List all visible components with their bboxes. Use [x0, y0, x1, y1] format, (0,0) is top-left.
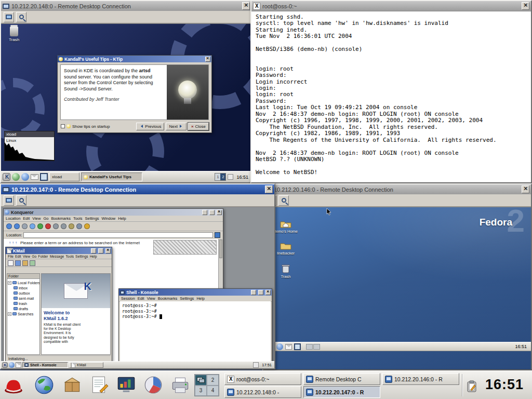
taskbar-item-oss[interactable]: root@oss-0:~	[224, 373, 301, 385]
taskbar-item-148[interactable]: 10.212.20.148:0 -	[224, 386, 301, 398]
menu-item[interactable]: Help	[90, 255, 97, 258]
xload-titlebar[interactable]: xload	[5, 131, 54, 137]
cut-icon[interactable]	[53, 223, 59, 229]
taskbar-item-147[interactable]: 10.212.20.147:0 - R	[303, 386, 380, 398]
menu-item[interactable]: Help	[118, 216, 126, 221]
klipper-icon[interactable]	[466, 380, 477, 393]
taskbar-item-xload[interactable]: xload	[49, 172, 79, 181]
maximize-icon[interactable]	[258, 290, 263, 295]
titlebar-146[interactable]: 10.212.20.146:0 - Remote Desktop Connect…	[263, 184, 531, 194]
menu-item[interactable]: Edit	[138, 296, 144, 301]
back-icon[interactable]	[14, 223, 20, 229]
pager-desktop-3[interactable]: 3	[195, 385, 207, 396]
show-tips-checkbox[interactable]	[61, 124, 65, 128]
reload-icon[interactable]	[37, 223, 43, 229]
menu-item[interactable]: Session	[121, 296, 135, 301]
kmail-titlebar[interactable]: KMail	[6, 247, 112, 254]
close-icon[interactable]	[217, 210, 222, 215]
minimize-icon[interactable]	[251, 290, 256, 295]
print-icon[interactable]	[76, 223, 82, 229]
menu-item[interactable]: Edit	[15, 255, 21, 258]
konqueror-titlebar[interactable]: Konqueror	[4, 209, 223, 216]
titlebar-147[interactable]: 10.212.20.147:0 - Remote Desktop Connect…	[1, 184, 274, 194]
konqueror-icon[interactable]	[21, 173, 29, 181]
folder-item[interactable]: outbox	[14, 290, 39, 296]
fullscreen-button[interactable]	[4, 195, 14, 206]
close-icon[interactable]	[105, 248, 111, 254]
konsole-terminal[interactable]: root@oss-3:~# root@oss-3:~# root@oss-3:~…	[120, 301, 271, 363]
close-icon[interactable]	[522, 185, 529, 193]
menu-item[interactable]: Settings	[75, 255, 88, 258]
pager-desktop-1[interactable]	[195, 375, 207, 385]
menu-item[interactable]: Message	[50, 255, 64, 258]
calc-pie-icon[interactable]	[142, 374, 164, 396]
terminal-icon[interactable]	[294, 343, 301, 350]
up-icon[interactable]	[6, 223, 12, 229]
kmail-icon[interactable]	[31, 174, 38, 180]
kmail-icon[interactable]	[16, 362, 21, 368]
show-desktop-icon[interactable]	[12, 173, 20, 181]
folder-pane[interactable]: Folder Local Folders inbox outbox sent-m…	[7, 273, 40, 355]
menu-item[interactable]: Location	[6, 216, 20, 221]
menu-item[interactable]: Help	[196, 296, 204, 301]
menu-item[interactable]: View	[147, 296, 155, 301]
pager-desktop-2[interactable]: 2	[207, 375, 219, 385]
next-button[interactable]: Next	[166, 123, 186, 130]
email-icon[interactable]	[285, 344, 292, 350]
taskbar-item-kmail[interactable]: KMail	[69, 362, 103, 368]
previous-button[interactable]: Previous	[136, 123, 164, 130]
scale-view-button[interactable]	[278, 195, 289, 206]
menu-item[interactable]: Edit	[23, 216, 30, 221]
desktop-pager[interactable]: 2 3 4	[194, 374, 219, 396]
forward-icon[interactable]	[22, 223, 28, 229]
folder-item[interactable]: sent-mail	[14, 296, 39, 301]
find-icon[interactable]	[84, 223, 90, 229]
collapse-icon[interactable]	[8, 312, 11, 316]
menu-item[interactable]: View	[32, 216, 41, 221]
folder-item[interactable]: inbox	[14, 285, 39, 290]
menu-item[interactable]: Go	[32, 255, 36, 258]
maximize-icon[interactable]	[98, 248, 103, 254]
taskbar-item-konsole[interactable]: Shell - Konsole	[22, 362, 68, 368]
writer-icon[interactable]	[88, 374, 110, 396]
menu-item[interactable]: Settings	[180, 296, 194, 301]
close-icon[interactable]	[265, 185, 273, 193]
go-icon[interactable]	[215, 232, 220, 238]
k-menu-icon[interactable]	[3, 173, 10, 181]
taskbar-item-krdc[interactable]: Remote Desktop C	[303, 373, 380, 385]
titlebar-oss[interactable]: root@oss-0:~	[251, 1, 531, 11]
message-pane[interactable]: Welcome to KMail 1.6.2 KMail is the emai…	[41, 273, 111, 355]
menu-item[interactable]: Tools	[65, 255, 74, 258]
stop-icon[interactable]	[45, 223, 51, 229]
search-icon[interactable]	[30, 260, 35, 266]
pager-desktop-4[interactable]: 4	[207, 385, 219, 396]
klipper-tray-icon[interactable]	[253, 362, 259, 368]
web-browser-icon[interactable]	[33, 374, 55, 396]
check-mail-icon[interactable]	[15, 260, 21, 266]
folder-item[interactable]: trash	[14, 301, 39, 306]
maximize-icon[interactable]	[209, 210, 215, 215]
mini-pager[interactable]: 12	[215, 173, 226, 181]
collapse-icon[interactable]	[8, 281, 11, 285]
minimize-icon[interactable]	[202, 210, 207, 215]
paste-icon[interactable]	[69, 223, 74, 229]
taskbar-item-ktip[interactable]: Kandalf's Useful Tips	[81, 172, 142, 181]
taskbar-item-146[interactable]: 10.212.20.146:0 - R	[382, 373, 459, 385]
konqueror-icon[interactable]	[9, 362, 15, 368]
desktop-icon-trash[interactable]: Trash	[2, 26, 26, 42]
close-icon[interactable]	[265, 290, 271, 295]
terminal-view[interactable]: Starting sshd. sysctl: top level name 'h…	[251, 11, 531, 182]
fullscreen-button[interactable]	[4, 12, 14, 22]
menu-item[interactable]: Settings	[85, 216, 99, 221]
menu-item[interactable]: Window	[102, 216, 116, 221]
close-button[interactable]: ×Close	[188, 123, 209, 130]
location-input[interactable]	[23, 232, 213, 238]
home-icon[interactable]	[30, 223, 35, 229]
menu-item[interactable]: View	[23, 255, 31, 258]
package-icon[interactable]	[61, 374, 83, 396]
folder-item[interactable]: Local Folders	[8, 280, 39, 285]
klipper-tray-icon[interactable]	[228, 174, 233, 180]
k-menu-icon[interactable]	[2, 362, 8, 368]
copy-icon[interactable]	[61, 223, 66, 229]
menu-item[interactable]: Go	[43, 216, 48, 221]
